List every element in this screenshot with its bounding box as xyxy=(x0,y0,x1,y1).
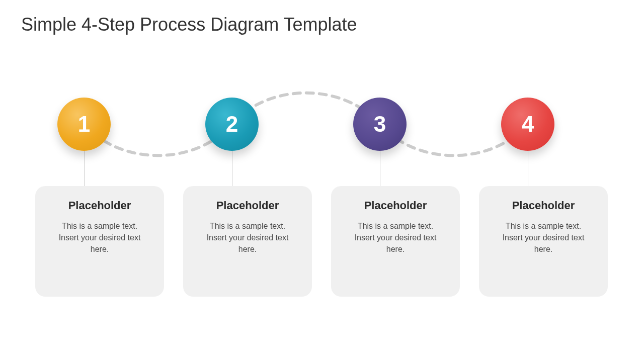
step-4-circle: 4 xyxy=(501,98,554,151)
step-2-circle: 2 xyxy=(205,98,259,151)
step-2-number: 2 xyxy=(226,112,238,137)
step-3-heading: Placeholder xyxy=(341,199,450,212)
step-1-heading: Placeholder xyxy=(45,199,154,212)
process-diagram: 1 2 3 4 Placeholder This is a sample tex… xyxy=(0,75,644,337)
step-3-text: This is a sample text. Insert your desir… xyxy=(341,220,450,255)
step-1-number: 1 xyxy=(78,112,90,137)
connector-line-4 xyxy=(528,151,528,186)
slide-title: Simple 4-Step Process Diagram Template xyxy=(21,14,357,35)
step-3-card: Placeholder This is a sample text. Inser… xyxy=(331,186,460,297)
step-1-card: Placeholder This is a sample text. Inser… xyxy=(35,186,164,297)
step-2-card: Placeholder This is a sample text. Inser… xyxy=(183,186,312,297)
step-2-heading: Placeholder xyxy=(193,199,302,212)
connector-line-1 xyxy=(84,151,85,186)
step-3-circle: 3 xyxy=(353,98,407,151)
step-3-number: 3 xyxy=(374,112,386,137)
connector-line-3 xyxy=(380,151,380,186)
step-1-circle: 1 xyxy=(57,98,111,151)
connector-line-2 xyxy=(232,151,232,186)
step-4-text: This is a sample text. Insert your desir… xyxy=(489,220,598,255)
step-4-heading: Placeholder xyxy=(489,199,598,212)
step-2-text: This is a sample text. Insert your desir… xyxy=(193,220,302,255)
step-4-number: 4 xyxy=(522,112,534,137)
step-1-text: This is a sample text. Insert your desir… xyxy=(45,220,154,255)
step-4-card: Placeholder This is a sample text. Inser… xyxy=(479,186,608,297)
